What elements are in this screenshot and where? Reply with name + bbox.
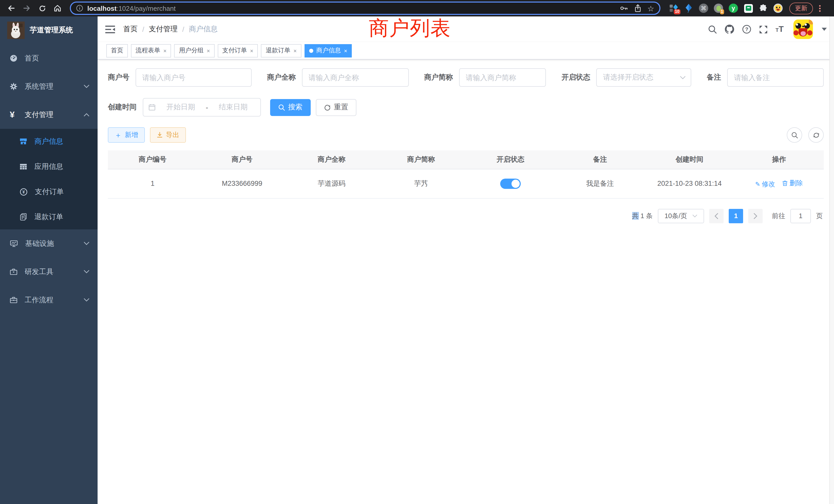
sidebar-item-refund-order[interactable]: 退款订单 bbox=[0, 204, 97, 229]
page-number-button[interactable]: 1 bbox=[729, 209, 743, 223]
sidebar-item-workflow[interactable]: 工作流程 bbox=[0, 286, 97, 314]
col-merchant-id: 商户编号 bbox=[108, 151, 197, 169]
close-icon[interactable]: × bbox=[250, 47, 254, 54]
url-text: localhost:1024/pay/merchant bbox=[87, 4, 615, 12]
show-search-button[interactable] bbox=[787, 127, 802, 143]
chevron-up-icon bbox=[84, 113, 89, 116]
sidebar-item-pay[interactable]: ¥ 支付管理 bbox=[0, 100, 97, 129]
refresh-table-button[interactable] bbox=[808, 127, 824, 143]
page-content: 商户号 商户全称 商户简称 开启状态 请选择开启状态 bbox=[97, 60, 834, 504]
app-title: 芋道管理系统 bbox=[30, 26, 73, 35]
sidebar-item-infra[interactable]: 基础设施 bbox=[0, 229, 97, 258]
store-icon bbox=[20, 138, 27, 145]
sidebar-item-dev-tools[interactable]: 研发工具 bbox=[0, 258, 97, 286]
col-merchant-no: 商户号 bbox=[197, 151, 287, 169]
status-select[interactable]: 请选择开启状态 bbox=[596, 68, 692, 87]
status-label: 开启状态 bbox=[562, 73, 590, 82]
address-bar[interactable]: localhost:1024/pay/merchant ☆ bbox=[70, 2, 660, 15]
table-row: 1 M233666999 芋道源码 芋艿 我是备注 2021-10-23 08:… bbox=[108, 169, 824, 198]
search-icon[interactable] bbox=[708, 25, 717, 33]
key-icon[interactable] bbox=[620, 5, 628, 12]
browser-back-button[interactable] bbox=[5, 2, 18, 14]
tag-process-form[interactable]: 流程表单× bbox=[131, 44, 171, 57]
dashboard-icon bbox=[10, 54, 18, 62]
tag-merchant-info[interactable]: 商户信息× bbox=[305, 44, 352, 57]
font-size-icon[interactable]: TT bbox=[775, 25, 784, 34]
full-name-input[interactable] bbox=[302, 68, 409, 87]
breadcrumb-home[interactable]: 首页 bbox=[123, 25, 138, 34]
col-status: 开启状态 bbox=[466, 151, 555, 169]
close-icon[interactable]: × bbox=[293, 47, 297, 54]
remark-input[interactable] bbox=[727, 68, 824, 87]
refresh-icon bbox=[813, 132, 819, 138]
edit-link[interactable]: ✎修改 bbox=[755, 179, 775, 189]
browser-forward-button[interactable] bbox=[21, 2, 33, 14]
sidebar-item-pay-order[interactable]: ¥ 支付订单 bbox=[0, 179, 97, 204]
browser-update-button[interactable]: 更新 bbox=[789, 2, 813, 14]
add-button[interactable]: ＋ 新增 bbox=[108, 127, 145, 143]
close-icon[interactable]: × bbox=[163, 47, 167, 54]
tag-home[interactable]: 首页 bbox=[106, 44, 128, 57]
page-scrollbar[interactable] bbox=[829, 17, 834, 504]
tags-view-bar: 首页 流程表单× 用户分组× 支付订单× 退款订单× 商户信息× bbox=[97, 42, 834, 60]
toolbox-icon bbox=[10, 268, 18, 276]
trash-icon bbox=[783, 180, 788, 186]
browser-reload-button[interactable] bbox=[36, 2, 48, 14]
avatar-caret-icon[interactable] bbox=[822, 28, 827, 31]
bookmark-star-icon[interactable]: ☆ bbox=[647, 4, 654, 12]
extension-tiles-icon[interactable]: 10 bbox=[668, 3, 679, 13]
github-icon[interactable] bbox=[725, 25, 734, 34]
extension-kite-icon[interactable] bbox=[683, 3, 694, 13]
sidebar-item-app-info[interactable]: 应用信息 bbox=[0, 154, 97, 179]
help-icon[interactable]: ? bbox=[742, 25, 751, 34]
close-icon[interactable]: × bbox=[207, 47, 210, 54]
cell-actions: ✎修改删除 bbox=[734, 169, 824, 198]
extension-y-icon[interactable]: y bbox=[728, 3, 739, 13]
sidebar-item-home[interactable]: 首页 bbox=[0, 44, 97, 72]
breadcrumb-pay[interactable]: 支付管理 bbox=[149, 25, 178, 34]
end-date-placeholder: 结束日期 bbox=[211, 102, 255, 112]
sidebar-item-merchant-info[interactable]: 商户信息 bbox=[0, 129, 97, 154]
browser-menu-icon[interactable] bbox=[819, 5, 821, 12]
tag-user-group[interactable]: 用户分组× bbox=[174, 44, 215, 57]
delete-link[interactable]: 删除 bbox=[783, 178, 803, 188]
sidebar-item-system[interactable]: 系统管理 bbox=[0, 72, 97, 100]
user-avatar[interactable] bbox=[793, 20, 813, 39]
prev-page-button[interactable] bbox=[709, 209, 724, 223]
merchant-table: 商户编号 商户号 商户全称 商户简称 开启状态 备注 创建时间 操作 1 bbox=[108, 151, 824, 198]
hamburger-icon[interactable] bbox=[105, 25, 115, 33]
browser-home-button[interactable] bbox=[51, 2, 64, 14]
search-button[interactable]: 搜索 bbox=[270, 99, 311, 116]
reset-button[interactable]: 重置 bbox=[316, 99, 356, 116]
tag-refund-order[interactable]: 退款订单× bbox=[261, 44, 302, 57]
extension-command-icon[interactable]: ⌘ bbox=[698, 3, 709, 13]
tag-pay-order[interactable]: 支付订单× bbox=[218, 44, 258, 57]
page-size-select[interactable]: 10条/页 bbox=[658, 209, 704, 223]
next-page-button[interactable] bbox=[748, 209, 763, 223]
create-time-range-picker[interactable]: 开始日期 - 结束日期 bbox=[143, 98, 261, 116]
chevron-down-icon bbox=[680, 76, 686, 79]
chevron-right-icon bbox=[753, 213, 758, 219]
fullscreen-icon[interactable] bbox=[759, 25, 768, 33]
goto-label: 前往 bbox=[772, 211, 785, 221]
workflow-icon bbox=[10, 296, 18, 304]
share-icon[interactable] bbox=[634, 4, 641, 12]
short-name-input[interactable] bbox=[459, 68, 546, 87]
extensions-puzzle-icon[interactable] bbox=[758, 3, 768, 13]
status-toggle[interactable] bbox=[500, 178, 521, 189]
profile-avatar-icon[interactable] bbox=[773, 3, 783, 13]
sidebar-logo[interactable]: 芋道管理系统 bbox=[0, 17, 97, 44]
table-toolbar: ＋ 新增 导出 bbox=[108, 127, 824, 143]
extension-chat-icon[interactable] bbox=[743, 3, 753, 13]
info-icon[interactable] bbox=[76, 5, 83, 12]
svg-text:?: ? bbox=[745, 26, 748, 32]
extension-recorder-icon[interactable]: 1 bbox=[713, 3, 724, 13]
goto-page-input[interactable] bbox=[790, 209, 811, 223]
export-button[interactable]: 导出 bbox=[150, 127, 186, 143]
close-icon[interactable]: × bbox=[344, 47, 347, 54]
col-actions: 操作 bbox=[734, 151, 824, 169]
chevron-left-icon bbox=[714, 213, 719, 219]
table-header-row: 商户编号 商户号 商户全称 商户简称 开启状态 备注 创建时间 操作 bbox=[108, 151, 824, 169]
merchant-no-input[interactable] bbox=[136, 68, 251, 87]
chevron-down-icon bbox=[692, 214, 697, 217]
